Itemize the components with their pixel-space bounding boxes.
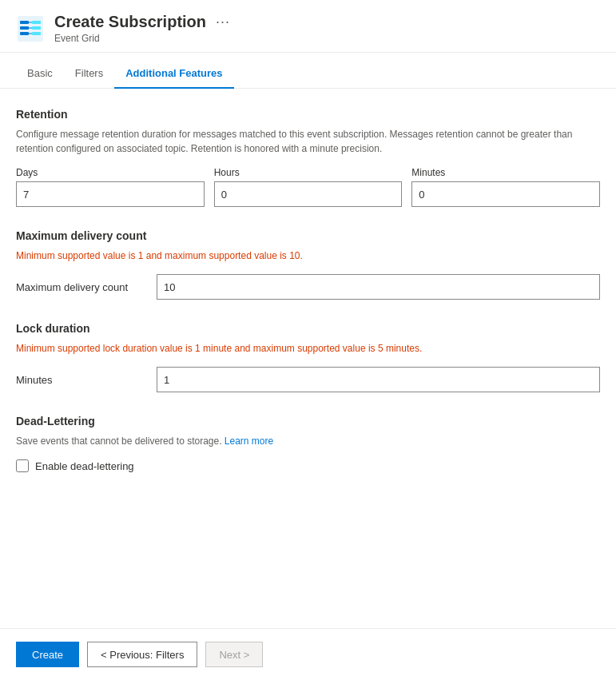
event-grid-icon xyxy=(16,14,45,43)
lock-duration-input[interactable] xyxy=(157,367,600,392)
dead-lettering-title: Dead-Lettering xyxy=(16,415,600,427)
dead-lettering-desc-text: Save events that cannot be delivered to … xyxy=(16,435,225,447)
learn-more-link[interactable]: Learn more xyxy=(225,435,273,447)
retention-title: Retention xyxy=(16,108,600,121)
max-delivery-title: Maximum delivery count xyxy=(16,229,600,242)
max-delivery-form: Maximum delivery count xyxy=(16,274,600,300)
lock-duration-title: Lock duration xyxy=(16,322,600,335)
lock-duration-form: Minutes xyxy=(16,367,600,392)
max-delivery-label: Maximum delivery count xyxy=(16,281,144,293)
dead-lettering-checkbox-label[interactable]: Enable dead-lettering xyxy=(35,460,134,472)
days-label: Days xyxy=(16,167,205,178)
days-group: Days xyxy=(16,167,205,207)
max-delivery-section: Maximum delivery count Minimum supported… xyxy=(16,229,600,300)
lock-duration-label: Minutes xyxy=(16,374,144,386)
dead-lettering-section: Dead-Lettering Save events that cannot b… xyxy=(16,415,600,472)
lock-duration-section: Lock duration Minimum supported lock dur… xyxy=(16,322,600,392)
svg-rect-1 xyxy=(20,21,29,24)
dead-lettering-description: Save events that cannot be delivered to … xyxy=(16,434,600,448)
minutes-retention-label: Minutes xyxy=(411,167,600,178)
create-button[interactable]: Create xyxy=(16,642,79,667)
retention-fields-row: Days Hours Minutes xyxy=(16,167,600,207)
days-input[interactable] xyxy=(16,181,205,207)
page-header: Create Subscription ··· Event Grid xyxy=(0,0,616,53)
page-title: Create Subscription ··· xyxy=(54,13,233,31)
max-delivery-description: Minimum supported value is 1 and maximum… xyxy=(16,249,600,263)
next-button: Next > xyxy=(205,642,263,667)
dead-lettering-checkbox[interactable] xyxy=(16,459,29,472)
hours-group: Hours xyxy=(214,167,403,207)
footer: Create < Previous: Filters Next > xyxy=(0,628,616,680)
svg-rect-5 xyxy=(32,26,41,30)
retention-section: Retention Configure message retention du… xyxy=(16,108,600,207)
max-delivery-input[interactable] xyxy=(157,274,600,300)
svg-rect-3 xyxy=(20,32,29,35)
tab-basic[interactable]: Basic xyxy=(16,59,64,89)
page-content: Retention Configure message retention du… xyxy=(0,89,616,514)
tab-filters[interactable]: Filters xyxy=(64,59,114,89)
tab-additional-features[interactable]: Additional Features xyxy=(114,59,233,89)
title-text: Create Subscription xyxy=(54,13,206,31)
svg-rect-2 xyxy=(20,26,29,30)
svg-rect-6 xyxy=(32,32,41,35)
more-options-button[interactable]: ··· xyxy=(213,14,233,30)
lock-duration-description: Minimum supported lock duration value is… xyxy=(16,341,600,356)
previous-button[interactable]: < Previous: Filters xyxy=(87,642,197,667)
dead-lettering-checkbox-row: Enable dead-lettering xyxy=(16,459,600,472)
header-text-group: Create Subscription ··· Event Grid xyxy=(54,13,233,44)
tab-bar: Basic Filters Additional Features xyxy=(0,59,616,89)
hours-input[interactable] xyxy=(214,181,403,207)
minutes-retention-input[interactable] xyxy=(411,181,600,207)
page-subtitle: Event Grid xyxy=(54,33,233,44)
hours-label: Hours xyxy=(214,167,403,178)
svg-rect-4 xyxy=(32,21,41,24)
retention-description: Configure message retention duration for… xyxy=(16,127,600,156)
minutes-retention-group: Minutes xyxy=(411,167,600,207)
